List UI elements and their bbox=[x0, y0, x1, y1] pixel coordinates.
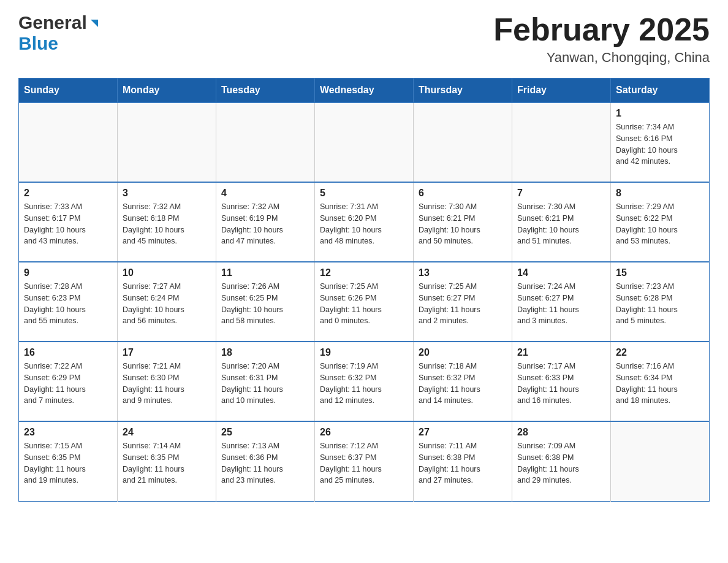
calendar-cell: 10Sunrise: 7:27 AMSunset: 6:24 PMDayligh… bbox=[118, 262, 216, 342]
logo-triangle-icon bbox=[88, 17, 100, 29]
calendar-cell: 20Sunrise: 7:18 AMSunset: 6:32 PMDayligh… bbox=[414, 342, 512, 421]
day-number: 7 bbox=[517, 188, 605, 199]
day-number: 19 bbox=[320, 347, 408, 358]
day-info: Sunrise: 7:20 AMSunset: 6:31 PMDaylight:… bbox=[221, 361, 309, 407]
calendar-cell: 11Sunrise: 7:26 AMSunset: 6:25 PMDayligh… bbox=[216, 262, 315, 342]
calendar-cell: 9Sunrise: 7:28 AMSunset: 6:23 PMDaylight… bbox=[19, 262, 118, 342]
day-number: 22 bbox=[616, 347, 704, 358]
day-info: Sunrise: 7:14 AMSunset: 6:35 PMDaylight:… bbox=[123, 440, 211, 486]
day-info: Sunrise: 7:21 AMSunset: 6:30 PMDaylight:… bbox=[123, 361, 211, 407]
day-info: Sunrise: 7:30 AMSunset: 6:21 PMDaylight:… bbox=[517, 201, 605, 247]
day-number: 5 bbox=[320, 188, 408, 199]
day-number: 26 bbox=[320, 427, 408, 438]
day-number: 13 bbox=[419, 267, 507, 278]
calendar-cell: 13Sunrise: 7:25 AMSunset: 6:27 PMDayligh… bbox=[414, 262, 512, 342]
calendar-table: SundayMondayTuesdayWednesdayThursdayFrid… bbox=[18, 78, 710, 502]
calendar-cell: 8Sunrise: 7:29 AMSunset: 6:22 PMDaylight… bbox=[611, 182, 710, 262]
week-row-1: 1Sunrise: 7:34 AMSunset: 6:16 PMDaylight… bbox=[19, 102, 710, 182]
day-info: Sunrise: 7:22 AMSunset: 6:29 PMDaylight:… bbox=[24, 361, 112, 407]
calendar-cell bbox=[216, 102, 315, 182]
day-info: Sunrise: 7:25 AMSunset: 6:26 PMDaylight:… bbox=[320, 281, 408, 327]
day-of-week-friday: Friday bbox=[512, 79, 611, 103]
day-number: 4 bbox=[221, 188, 309, 199]
days-of-week-row: SundayMondayTuesdayWednesdayThursdayFrid… bbox=[19, 79, 710, 103]
calendar-cell: 12Sunrise: 7:25 AMSunset: 6:26 PMDayligh… bbox=[315, 262, 414, 342]
day-info: Sunrise: 7:31 AMSunset: 6:20 PMDaylight:… bbox=[320, 201, 408, 247]
day-number: 14 bbox=[517, 267, 605, 278]
day-number: 11 bbox=[221, 267, 309, 278]
calendar-cell bbox=[414, 102, 512, 182]
day-info: Sunrise: 7:26 AMSunset: 6:25 PMDaylight:… bbox=[221, 281, 309, 327]
calendar-cell: 7Sunrise: 7:30 AMSunset: 6:21 PMDaylight… bbox=[512, 182, 611, 262]
day-number: 3 bbox=[123, 188, 211, 199]
day-info: Sunrise: 7:32 AMSunset: 6:18 PMDaylight:… bbox=[123, 201, 211, 247]
logo: General Blue bbox=[18, 12, 100, 54]
day-info: Sunrise: 7:18 AMSunset: 6:32 PMDaylight:… bbox=[419, 361, 507, 407]
day-number: 8 bbox=[616, 188, 704, 199]
calendar-cell: 26Sunrise: 7:12 AMSunset: 6:37 PMDayligh… bbox=[315, 421, 414, 501]
calendar-cell: 4Sunrise: 7:32 AMSunset: 6:19 PMDaylight… bbox=[216, 182, 315, 262]
day-info: Sunrise: 7:27 AMSunset: 6:24 PMDaylight:… bbox=[123, 281, 211, 327]
day-of-week-saturday: Saturday bbox=[611, 79, 710, 103]
day-info: Sunrise: 7:33 AMSunset: 6:17 PMDaylight:… bbox=[24, 201, 112, 247]
day-number: 16 bbox=[24, 347, 112, 358]
page-header: General Blue February 2025 Yanwan, Chong… bbox=[18, 12, 710, 66]
day-number: 23 bbox=[24, 427, 112, 438]
calendar-cell: 21Sunrise: 7:17 AMSunset: 6:33 PMDayligh… bbox=[512, 342, 611, 421]
day-number: 1 bbox=[616, 108, 704, 119]
day-of-week-monday: Monday bbox=[118, 79, 216, 103]
calendar-cell: 28Sunrise: 7:09 AMSunset: 6:38 PMDayligh… bbox=[512, 421, 611, 501]
day-info: Sunrise: 7:30 AMSunset: 6:21 PMDaylight:… bbox=[419, 201, 507, 247]
calendar-cell bbox=[611, 421, 710, 501]
day-info: Sunrise: 7:19 AMSunset: 6:32 PMDaylight:… bbox=[320, 361, 408, 407]
day-number: 9 bbox=[24, 267, 112, 278]
day-number: 2 bbox=[24, 188, 112, 199]
day-info: Sunrise: 7:16 AMSunset: 6:34 PMDaylight:… bbox=[616, 361, 704, 407]
day-info: Sunrise: 7:13 AMSunset: 6:36 PMDaylight:… bbox=[221, 440, 309, 486]
calendar-cell: 17Sunrise: 7:21 AMSunset: 6:30 PMDayligh… bbox=[118, 342, 216, 421]
day-number: 21 bbox=[517, 347, 605, 358]
day-info: Sunrise: 7:09 AMSunset: 6:38 PMDaylight:… bbox=[517, 440, 605, 486]
calendar-cell bbox=[315, 102, 414, 182]
day-info: Sunrise: 7:28 AMSunset: 6:23 PMDaylight:… bbox=[24, 281, 112, 327]
day-info: Sunrise: 7:25 AMSunset: 6:27 PMDaylight:… bbox=[419, 281, 507, 327]
day-of-week-sunday: Sunday bbox=[19, 79, 118, 103]
day-number: 15 bbox=[616, 267, 704, 278]
day-info: Sunrise: 7:11 AMSunset: 6:38 PMDaylight:… bbox=[419, 440, 507, 486]
calendar-title-block: February 2025 Yanwan, Chongqing, China bbox=[493, 12, 710, 66]
week-row-5: 23Sunrise: 7:15 AMSunset: 6:35 PMDayligh… bbox=[19, 421, 710, 501]
calendar-header: SundayMondayTuesdayWednesdayThursdayFrid… bbox=[19, 79, 710, 103]
calendar-cell: 3Sunrise: 7:32 AMSunset: 6:18 PMDaylight… bbox=[118, 182, 216, 262]
calendar-body: 1Sunrise: 7:34 AMSunset: 6:16 PMDaylight… bbox=[19, 102, 710, 501]
week-row-3: 9Sunrise: 7:28 AMSunset: 6:23 PMDaylight… bbox=[19, 262, 710, 342]
day-number: 25 bbox=[221, 427, 309, 438]
day-info: Sunrise: 7:23 AMSunset: 6:28 PMDaylight:… bbox=[616, 281, 704, 327]
day-number: 12 bbox=[320, 267, 408, 278]
calendar-cell: 2Sunrise: 7:33 AMSunset: 6:17 PMDaylight… bbox=[19, 182, 118, 262]
calendar-cell: 6Sunrise: 7:30 AMSunset: 6:21 PMDaylight… bbox=[414, 182, 512, 262]
day-of-week-wednesday: Wednesday bbox=[315, 79, 414, 103]
day-of-week-tuesday: Tuesday bbox=[216, 79, 315, 103]
day-info: Sunrise: 7:15 AMSunset: 6:35 PMDaylight:… bbox=[24, 440, 112, 486]
day-number: 6 bbox=[419, 188, 507, 199]
day-number: 24 bbox=[123, 427, 211, 438]
day-info: Sunrise: 7:29 AMSunset: 6:22 PMDaylight:… bbox=[616, 201, 704, 247]
calendar-cell: 5Sunrise: 7:31 AMSunset: 6:20 PMDaylight… bbox=[315, 182, 414, 262]
day-number: 18 bbox=[221, 347, 309, 358]
day-number: 27 bbox=[419, 427, 507, 438]
calendar-cell: 24Sunrise: 7:14 AMSunset: 6:35 PMDayligh… bbox=[118, 421, 216, 501]
calendar-cell: 15Sunrise: 7:23 AMSunset: 6:28 PMDayligh… bbox=[611, 262, 710, 342]
day-of-week-thursday: Thursday bbox=[414, 79, 512, 103]
calendar-cell: 18Sunrise: 7:20 AMSunset: 6:31 PMDayligh… bbox=[216, 342, 315, 421]
week-row-4: 16Sunrise: 7:22 AMSunset: 6:29 PMDayligh… bbox=[19, 342, 710, 421]
logo-blue-text: Blue bbox=[18, 33, 58, 53]
calendar-cell: 25Sunrise: 7:13 AMSunset: 6:36 PMDayligh… bbox=[216, 421, 315, 501]
day-number: 10 bbox=[123, 267, 211, 278]
day-number: 17 bbox=[123, 347, 211, 358]
day-info: Sunrise: 7:12 AMSunset: 6:37 PMDaylight:… bbox=[320, 440, 408, 486]
calendar-cell: 27Sunrise: 7:11 AMSunset: 6:38 PMDayligh… bbox=[414, 421, 512, 501]
calendar-cell: 14Sunrise: 7:24 AMSunset: 6:27 PMDayligh… bbox=[512, 262, 611, 342]
day-number: 20 bbox=[419, 347, 507, 358]
day-info: Sunrise: 7:34 AMSunset: 6:16 PMDaylight:… bbox=[616, 121, 704, 167]
svg-marker-0 bbox=[91, 20, 98, 27]
